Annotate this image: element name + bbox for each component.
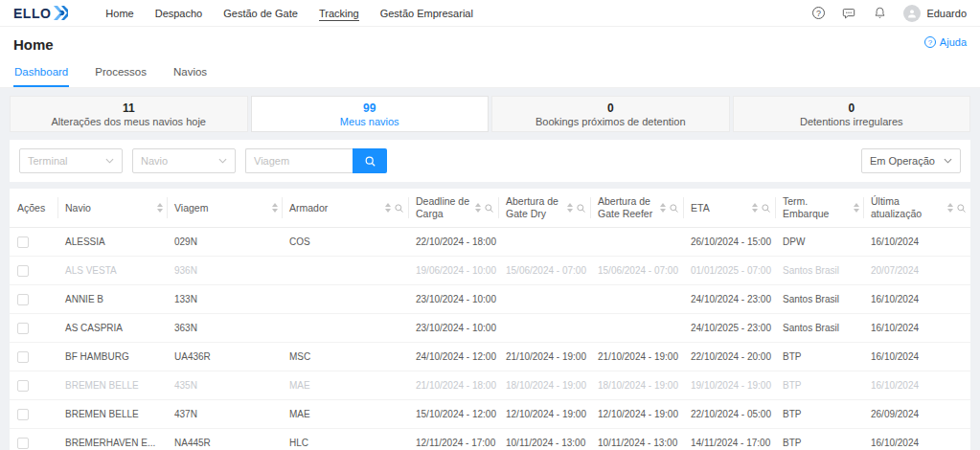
page-title: Home [13,36,54,53]
logo-x-icon [52,6,68,20]
cell [590,285,683,314]
terminal-select-value: Terminal [28,155,68,167]
row-checkbox[interactable] [17,323,29,334]
sort-icon[interactable] [157,203,163,213]
ajuda-label: Ajuda [940,36,967,48]
cell: 363N [167,314,282,343]
sort-icon[interactable] [385,203,391,213]
column-header-eta[interactable]: ETA [683,189,775,228]
column-search-icon[interactable] [394,203,404,214]
navio-select[interactable]: Navio [132,148,236,173]
row-checkbox[interactable] [17,380,29,392]
nav-item-gestao-empresarial[interactable]: Gestão Empresarial [370,0,484,26]
cell: 936N [167,257,282,285]
cell: 10/11/2024 - 13:00 [498,429,590,450]
stat-card-alteracoes-dos-meus-navios-hoje[interactable]: 11Alterações dos meus navios hoje [10,96,248,132]
sort-icon[interactable] [567,203,573,213]
cell: 26/09/2024 [863,400,970,429]
column-label: Abertura de Gate Dry [506,195,564,220]
column-header-term-embarque[interactable]: Term. Embarque [775,189,863,228]
nav-item-despacho[interactable]: Despacho [145,0,214,26]
column-header-navio[interactable]: Navio [57,189,167,228]
cell: DPW [775,228,863,257]
tab-dashboard[interactable]: Dashboard [13,60,69,87]
nav-item-home[interactable]: Home [95,0,144,26]
cell: 24/10/2025 - 23:00 [683,314,775,343]
tab-navios[interactable]: Navios [172,60,208,87]
viagem-input[interactable] [245,148,353,173]
column-header-viagem[interactable]: Viagem [167,189,282,228]
ajuda-help-icon: ? [924,36,936,48]
cell: 16/10/2024 [863,343,970,371]
cell: 21/10/2024 - 19:00 [590,343,683,371]
stat-label: Detentions irregulares [800,116,903,127]
sort-icon[interactable] [947,203,953,213]
cell: 437N [167,400,282,429]
column-search-icon[interactable] [669,203,679,214]
bell-icon[interactable] [873,7,886,20]
tab-processos[interactable]: Processos [94,60,148,87]
row-checkbox[interactable] [17,438,29,449]
row-checkbox[interactable] [17,351,29,363]
sort-icon[interactable] [475,203,481,213]
user-menu[interactable]: Eduardo [903,5,967,22]
sort-icon[interactable] [660,203,666,213]
row-checkbox[interactable] [17,409,29,420]
chat-icon[interactable] [842,7,855,20]
cell: 22/10/2024 - 18:00 [408,228,498,257]
nav-item-tracking[interactable]: Tracking [308,0,370,26]
status-filter-select[interactable]: Em Operação [861,148,961,173]
cell: 10/11/2024 - 13:00 [590,429,683,450]
cell: 23/10/2024 - 10:00 [408,285,498,314]
nav-item-gestao-de-gate[interactable]: Gestão de Gate [213,0,308,26]
cell [590,314,683,343]
cell [282,314,408,343]
table-row: BF HAMBURGUA436RMSC24/10/2024 - 12:0021/… [10,343,970,371]
user-name: Eduardo [926,8,967,19]
cell: 16/10/2024 [863,285,970,314]
app-logo[interactable]: ELLO [13,6,68,21]
column-header-armador[interactable]: Armador [282,189,408,228]
sort-icon[interactable] [854,203,859,213]
cell [282,285,408,314]
cell: 15/10/2024 - 12:00 [408,400,498,429]
search-button[interactable] [353,148,387,173]
help-icon[interactable]: ? [811,7,825,20]
status-filter-value: Em Operação [870,155,935,167]
sort-icon[interactable] [752,203,758,213]
ajuda-link[interactable]: ? Ajuda [924,36,967,48]
cell: Santos Brasil [775,314,863,343]
table-row: ALS VESTA936N19/06/2024 - 10:0015/06/202… [10,257,970,285]
row-checkbox[interactable] [17,265,29,277]
logo-text: ELLO [13,6,51,21]
column-search-icon[interactable] [761,203,771,214]
column-search-icon[interactable] [956,203,967,214]
column-header-deadline-de-carga[interactable]: Deadline de Carga [408,189,498,228]
ships-table: AçõesNavioViagemArmadorDeadline de Carga… [10,189,970,450]
column-header-abertura-de-gate-reefer[interactable]: Abertura de Gate Reefer [590,189,683,228]
cell: 029N [167,228,282,257]
column-header-ultima-atualizacao[interactable]: Última atualização [863,189,970,228]
stat-card-meus-navios[interactable]: 99Meus navios [251,96,490,132]
column-label: Armador [289,202,382,214]
column-label: ETA [691,202,749,214]
cell: 26/10/2024 - 15:00 [683,228,775,257]
cell [282,257,408,285]
cell: ALESSIA [57,228,167,257]
row-checkbox[interactable] [17,236,29,248]
stat-card-bookings-proximos-de-detention[interactable]: 0Bookings próximos de detention [491,96,730,132]
column-search-icon[interactable] [484,203,494,214]
stat-value: 99 [363,101,376,115]
terminal-select[interactable]: Terminal [19,148,123,173]
cell: 16/10/2024 [863,228,970,257]
sort-icon[interactable] [272,203,278,213]
stat-card-detentions-irregulares[interactable]: 0Detentions irregulares [733,96,971,132]
cell: Santos Brasil [775,285,863,314]
column-header-abertura-de-gate-dry[interactable]: Abertura de Gate Dry [498,189,590,228]
row-checkbox[interactable] [17,294,29,305]
column-search-icon[interactable] [576,203,586,214]
table-body: ALESSIA029NCOS22/10/2024 - 18:0026/10/20… [10,228,970,450]
cell: HLC [282,429,408,450]
table-row: BREMERHAVEN E...NA445RHLC12/11/2024 - 17… [10,429,970,450]
cell: COS [282,228,408,257]
